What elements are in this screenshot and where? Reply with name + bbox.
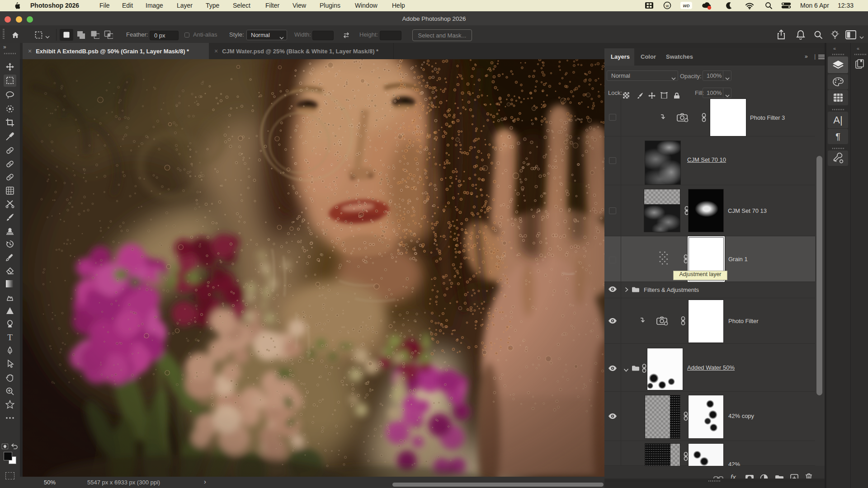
svg-text:WD: WD [683, 4, 690, 8]
svg-text:T: T [7, 333, 13, 342]
svg-text:w: w [665, 4, 669, 8]
